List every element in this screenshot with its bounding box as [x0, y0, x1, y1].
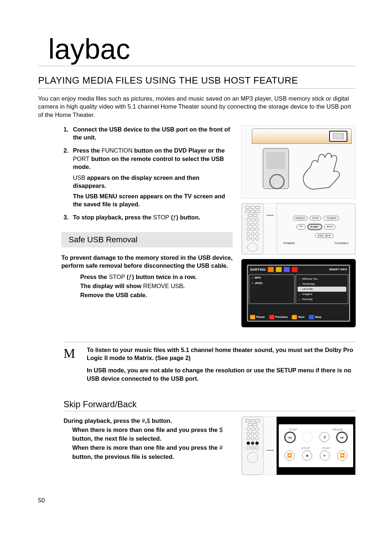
step-3: To stop playback, press the STOP (ƒ) but…: [64, 213, 233, 221]
osd-file-item: ♪Let It Be: [298, 287, 346, 292]
osd-chip-photo-icon: [276, 267, 282, 272]
panel-label-power: POWER: [283, 242, 295, 245]
hand-icon: [299, 151, 342, 191]
note-icon: M: [64, 346, 78, 387]
figure-remote-function: RADIO DVD TUNER TV PORT AUX DDC W/P P: [241, 203, 356, 255]
osd-chip-all-icon: [292, 267, 298, 272]
step-list: Connect the USB device to the USB port o…: [64, 125, 233, 222]
safe-usb-line1: Press the STOP (ƒ) button twice in a row…: [80, 272, 233, 282]
osd-folder-jpeg: JPEG: [249, 280, 294, 286]
osd-file-item: ♪Yesterday: [298, 282, 346, 287]
osd-file-item: ♪Without You: [298, 276, 346, 282]
step-2-sub: USB appears on the display screen and th…: [73, 174, 233, 208]
note-2: In USB mode, you are not able to change …: [87, 366, 356, 383]
pause-icon: ⏸: [319, 432, 330, 442]
skip-bullet-2: When there is more than one file and you…: [64, 443, 233, 461]
panel-btn-radio: RADIO: [293, 216, 308, 221]
step-1-text: Connect the USB device to the USB port o…: [73, 126, 230, 141]
osd-chip-movie-icon: [284, 267, 290, 272]
safe-usb-line3: Remove the USB cable.: [80, 291, 233, 300]
panel-btn-tuner: TUNER: [323, 216, 339, 221]
step-2: Press the FUNCTION button on the DVD Pla…: [64, 146, 233, 208]
remote-illustration: [242, 203, 264, 254]
panel-label-tvvideo: TV/VIDEO: [334, 242, 348, 245]
page-number: 50: [38, 497, 356, 504]
skip-line1: During playback, press the #,$ button.: [64, 416, 233, 425]
section-intro: You can enjoy media files such as pictur…: [38, 94, 356, 119]
step-1: Connect the USB device to the USB port o…: [64, 125, 233, 142]
osd-key-previous: Previous: [269, 315, 288, 319]
notes-body: To listen to your music files with 5.1 c…: [87, 346, 356, 387]
osd-key-next: Next: [292, 315, 304, 319]
mp3-player-icon: [263, 148, 289, 189]
panel-btn-aux: AUX: [324, 224, 335, 230]
osd-sorting-label: SORTING: [250, 268, 266, 271]
figure-remote-transport: STEPPAUSE ⏮ ⏸ ⏭ STOPPLAY ⏪ ■ ▸ ⏩: [241, 416, 356, 475]
figure-usb-connection: [241, 125, 356, 199]
skip-back-icon: ⏮: [285, 432, 295, 443]
osd-file-list: ♪Without You♪Yesterday♪Let It Be♪Imagine…: [295, 274, 348, 304]
usb-port-icon: [329, 131, 347, 142]
osd-file-item: ♪Honesty: [298, 297, 346, 302]
safe-usb-line2: The display will show REMOVE USB.: [80, 282, 233, 291]
panel-btn-dvd: DVD: [310, 216, 321, 221]
chapter-title: laybac: [48, 33, 356, 66]
notes-rule: [64, 342, 356, 342]
skip-rule: [64, 411, 356, 411]
step-icon: [302, 432, 313, 442]
safe-usb-heading: Safe USB Removal: [61, 232, 233, 247]
osd-chip-music-icon: [268, 267, 274, 272]
panel-btn-port: PORT: [308, 224, 322, 230]
section-rule: [38, 88, 356, 89]
note-1: To listen to your music files with 5.1 c…: [87, 346, 356, 362]
rewind-icon: ⏪: [285, 450, 295, 461]
skip-heading: Skip Forward/Back: [38, 399, 356, 409]
chapter-rule: [38, 66, 356, 66]
osd-file-item: ♪Imagine: [298, 292, 346, 297]
function-panel-illustration: RADIO DVD TUNER TV PORT AUX DDC W/P P: [277, 203, 355, 254]
panel-btn-ddcwp: DDC W/P: [315, 233, 334, 238]
panel-btn-tv: TV: [297, 224, 306, 230]
osd-smart-navi: SMART NAVI: [329, 268, 347, 271]
transport-panel-illustration: STEPPAUSE ⏮ ⏸ ⏭ STOPPLAY ⏪ ■ ▸ ⏩: [277, 417, 355, 475]
remote-illustration-2: [242, 417, 264, 475]
skip-fwd-icon: ⏭: [336, 432, 347, 443]
safe-usb-lead: To prevent damage to the memory stored i…: [61, 254, 233, 270]
section-heading: PLAYING MEDIA FILES USING THE USB HOST F…: [38, 75, 356, 86]
figure-osd-usb-menu: SORTING SMART NAVI MP3 JPEG ♪Without You…: [241, 259, 356, 327]
stop-icon: ■: [302, 450, 312, 461]
osd-key-stop: Stop: [309, 315, 322, 319]
skip-bullet-1: When there is more than one file and you…: [64, 425, 233, 444]
ffwd-icon: ⏩: [337, 450, 347, 461]
play-icon: ▸: [320, 450, 330, 461]
osd-key-pause: Pause: [250, 315, 265, 319]
osd-folder-mp3: MP3: [249, 275, 294, 280]
